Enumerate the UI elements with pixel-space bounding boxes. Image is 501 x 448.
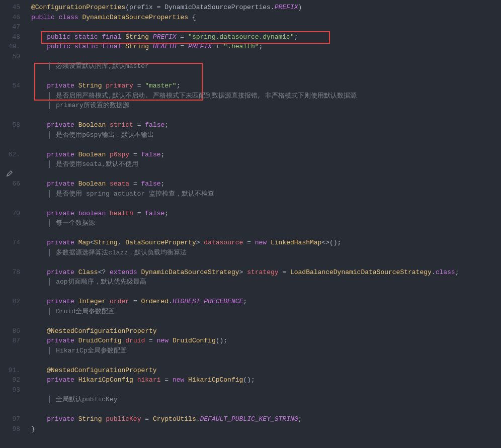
code-line[interactable]: private Boolean strict = false; xyxy=(31,120,501,130)
line-number: 74 xyxy=(0,238,20,248)
code-line[interactable] xyxy=(31,405,501,415)
code-line[interactable]: private DruidConfig druid = new DruidCon… xyxy=(31,336,501,346)
type: DruidConfig xyxy=(78,337,126,344)
variable: primary xyxy=(106,82,133,89)
annotation: @ConfigurationProperties xyxy=(31,4,125,11)
line-number: 97 xyxy=(0,414,20,424)
comment-line[interactable]: aop切面顺序，默认优先级最高 xyxy=(31,277,501,287)
comment-line[interactable]: 必须设置默认的库,默认master xyxy=(31,61,501,71)
comment-line[interactable]: 是否使用 spring actuator 监控检查，默认不检查 xyxy=(31,189,501,199)
keyword: private xyxy=(47,82,78,89)
code-line[interactable]: private Boolean p6spy = false; xyxy=(31,150,501,160)
comment-line[interactable]: 多数据源选择算法clazz，默认负载均衡算法 xyxy=(31,248,501,258)
line-number xyxy=(0,277,20,287)
static-field: PREFIX xyxy=(275,4,298,11)
keyword: new xyxy=(255,239,271,246)
keyword: public xyxy=(31,14,59,21)
code-line[interactable]: private Integer order = Ordered.HIGHEST_… xyxy=(31,297,501,307)
type: Boolean xyxy=(78,151,110,158)
type: String xyxy=(94,239,118,246)
operator: = xyxy=(243,239,255,246)
code-line[interactable] xyxy=(31,169,501,180)
line-number xyxy=(0,316,20,326)
text: (prefix = DynamicDataSourceProperties. xyxy=(125,4,274,11)
comment-text: 每一个数据源 xyxy=(56,219,95,227)
type: HikariCpConfig xyxy=(188,376,243,384)
code-line[interactable] xyxy=(31,71,501,81)
type: Boolean xyxy=(78,121,110,129)
line-number: 93 xyxy=(0,385,20,395)
string: ".health" xyxy=(223,43,259,50)
code-line[interactable] xyxy=(31,52,501,62)
code-line[interactable]: private String publicKey = CryptoUtils.D… xyxy=(31,414,501,424)
static-field: PREFIX xyxy=(153,33,177,41)
code-line[interactable] xyxy=(31,316,501,326)
comment-text: 全局默认publicKey xyxy=(56,396,117,403)
variable: p6spy xyxy=(110,151,129,158)
generic: < xyxy=(90,239,94,246)
type: LoadBalanceDynamicDataSourceStrategy xyxy=(290,268,432,276)
code-line[interactable]: @NestedConfigurationProperty xyxy=(31,366,501,376)
line-number: 47 xyxy=(0,22,20,32)
code-line[interactable]: public class DynamicDataSourceProperties… xyxy=(31,13,501,23)
code-line[interactable] xyxy=(31,199,501,209)
static-ref: PREFIX xyxy=(188,43,212,50)
edit-icon xyxy=(6,170,13,177)
code-line[interactable]: private Class<? extends DynamicDataSourc… xyxy=(31,267,501,278)
code-editor[interactable]: 4546474849.50545862.6670747882868791.929… xyxy=(0,0,501,448)
operator: = xyxy=(145,337,156,344)
comment-line[interactable]: 是否启用严格模式,默认不启动. 严格模式下未匹配到数据源直接报错, 非严格模式下… xyxy=(31,91,501,101)
code-line[interactable]: } xyxy=(31,424,501,434)
type: String xyxy=(78,415,106,423)
variable: order xyxy=(110,298,129,305)
code-line[interactable] xyxy=(31,257,501,267)
line-number xyxy=(0,91,20,101)
code-line[interactable]: @NestedConfigurationProperty xyxy=(31,326,501,336)
code-line[interactable] xyxy=(31,22,501,32)
code-line[interactable]: public static final String HEALTH = PREF… xyxy=(31,42,501,52)
operator: + xyxy=(212,43,223,50)
line-number xyxy=(0,111,20,121)
code-line[interactable]: private Map<String, DataSourceProperty> … xyxy=(31,238,501,248)
code-line[interactable] xyxy=(31,385,501,395)
type: DataSourceProperty xyxy=(125,239,196,246)
type: Boolean xyxy=(78,180,110,188)
code-line[interactable]: private HikariCpConfig hikari = new Hika… xyxy=(31,375,501,385)
line-number: 92 xyxy=(0,375,20,385)
line-number xyxy=(0,199,20,209)
code-content[interactable]: @ConfigurationProperties(prefix = Dynami… xyxy=(27,0,501,448)
comment-text: HikariCp全局参数配置 xyxy=(56,347,126,354)
code-line[interactable] xyxy=(31,287,501,297)
operator: = xyxy=(141,415,152,423)
code-line[interactable]: private boolean health = false; xyxy=(31,209,501,219)
comment-line[interactable]: 每一个数据源 xyxy=(31,218,501,228)
line-number: 66 xyxy=(0,179,20,189)
line-number xyxy=(0,71,20,81)
code-line[interactable]: public static final String PREFIX = "spr… xyxy=(31,32,501,42)
comment-line[interactable]: Druid全局参数配置 xyxy=(31,307,501,317)
code-line[interactable] xyxy=(31,228,501,238)
type: Class xyxy=(78,268,98,276)
type: String xyxy=(125,43,153,50)
operator: = xyxy=(279,268,290,276)
type: Map xyxy=(78,239,90,246)
static-field: HIGHEST_PRECEDENCE xyxy=(173,298,243,305)
code-line[interactable] xyxy=(31,140,501,150)
line-number: 78 xyxy=(0,267,20,278)
comment-line[interactable]: HikariCp全局参数配置 xyxy=(31,346,501,356)
keyword: public static final xyxy=(47,33,125,41)
keyword: new xyxy=(173,376,188,384)
line-number xyxy=(0,346,20,356)
variable: publicKey xyxy=(106,415,141,423)
code-line[interactable]: private Boolean seata = false; xyxy=(31,179,501,189)
comment-line[interactable]: 是否使用seata,默认不使用 xyxy=(31,159,501,169)
comment-line[interactable]: 是否使用p6spy输出，默认不输出 xyxy=(31,130,501,140)
comment-line[interactable]: primary所设置的数据源 xyxy=(31,101,501,111)
comment-line[interactable]: 全局默认publicKey xyxy=(31,395,501,405)
line-number: 49. xyxy=(0,42,20,52)
string: "master" xyxy=(145,82,176,89)
code-line[interactable]: private String primary = "master"; xyxy=(31,81,501,91)
code-line[interactable] xyxy=(31,355,501,366)
code-line[interactable] xyxy=(31,111,501,121)
code-line[interactable]: @ConfigurationProperties(prefix = Dynami… xyxy=(31,3,501,13)
